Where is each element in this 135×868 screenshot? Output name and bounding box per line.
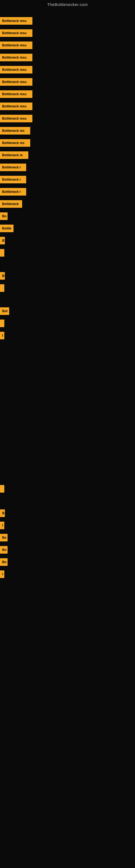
- bottleneck-result-button[interactable]: Bot: [0, 307, 9, 315]
- bottleneck-result-button[interactable]: Bottleneck resu: [0, 115, 32, 122]
- list-item: [0, 284, 3, 294]
- list-item: Bottleneck resu: [0, 17, 32, 27]
- bottleneck-result-button[interactable]: Bottleneck resu: [0, 17, 32, 25]
- bottleneck-result-button[interactable]: [0, 284, 4, 292]
- list-item: Bo: [0, 558, 8, 568]
- bottleneck-result-button[interactable]: B: [0, 509, 5, 517]
- bottleneck-result-button[interactable]: Bo: [0, 558, 8, 566]
- bottleneck-result-button[interactable]: I: [0, 570, 4, 578]
- bottleneck-result-button[interactable]: Bottleneck resu: [0, 102, 32, 110]
- bottleneck-result-button[interactable]: Bottleneck res: [0, 127, 30, 134]
- list-item: Bottleneck resu: [0, 90, 32, 101]
- list-item: Bo: [0, 546, 8, 556]
- list-item: Bottleneck res: [0, 139, 30, 150]
- list-item: Bottleneck re: [0, 151, 28, 162]
- list-item: Bottleneck resu: [0, 102, 32, 113]
- bottleneck-result-button[interactable]: Bo: [0, 212, 8, 220]
- bottleneck-result-button[interactable]: Bottleneck re: [0, 151, 28, 159]
- list-item: Bo: [0, 534, 8, 544]
- list-item: Bottleneck resu: [0, 115, 32, 125]
- list-item: Bottleneck r: [0, 188, 26, 198]
- list-item: Bottleneck resu: [0, 41, 32, 52]
- list-item: B: [0, 509, 5, 520]
- list-item: I: [0, 332, 4, 342]
- list-item: B: [0, 237, 5, 247]
- bottleneck-result-button[interactable]: Bottleneck: [0, 200, 22, 208]
- bottleneck-result-button[interactable]: I: [0, 522, 4, 529]
- list-item: Bottleneck r: [0, 163, 26, 174]
- list-item: I: [0, 570, 4, 581]
- list-item: Bo: [0, 212, 8, 223]
- bottleneck-result-button[interactable]: [0, 319, 4, 327]
- bottleneck-result-button[interactable]: Bottleneck r: [0, 188, 26, 195]
- bottleneck-result-button[interactable]: [0, 485, 4, 493]
- list-item: Bottleneck r: [0, 176, 26, 186]
- list-item: Bottleneck resu: [0, 29, 32, 40]
- bottleneck-result-button[interactable]: Bo: [0, 534, 8, 541]
- list-item: Bottleneck resu: [0, 66, 32, 76]
- list-item: Bot: [0, 307, 9, 318]
- list-item: Bottleneck res: [0, 127, 30, 137]
- list-item: Bottleneck resu: [0, 78, 32, 88]
- bottleneck-result-button[interactable]: Bottleneck r: [0, 176, 26, 183]
- bottleneck-result-button[interactable]: Bottleneck r: [0, 163, 26, 171]
- bottleneck-result-button[interactable]: Bottle: [0, 225, 13, 232]
- list-item: B: [0, 272, 5, 282]
- list-item: Bottleneck resu: [0, 54, 32, 64]
- bottleneck-result-button[interactable]: Bottleneck resu: [0, 41, 32, 49]
- bottleneck-result-button[interactable]: Bottleneck res: [0, 139, 30, 147]
- site-title: TheBottlenecker.com: [0, 0, 135, 9]
- bottleneck-result-button[interactable]: [0, 249, 4, 257]
- bottleneck-result-button[interactable]: Bottleneck resu: [0, 66, 32, 73]
- list-item: Bottle: [0, 225, 13, 235]
- bottleneck-result-button[interactable]: Bo: [0, 546, 8, 554]
- bottleneck-result-button[interactable]: B: [0, 237, 5, 244]
- bottleneck-result-button[interactable]: Bottleneck resu: [0, 54, 32, 61]
- bottleneck-result-button[interactable]: B: [0, 272, 5, 280]
- bottleneck-result-button[interactable]: Bottleneck resu: [0, 29, 32, 37]
- bottleneck-result-button[interactable]: I: [0, 332, 4, 339]
- list-item: I: [0, 522, 4, 532]
- bottleneck-result-button[interactable]: Bottleneck resu: [0, 78, 32, 86]
- list-item: [0, 319, 3, 330]
- list-item: [0, 485, 3, 495]
- list-item: [0, 249, 3, 259]
- bottleneck-result-button[interactable]: Bottleneck resu: [0, 90, 32, 98]
- list-item: Bottleneck: [0, 200, 22, 211]
